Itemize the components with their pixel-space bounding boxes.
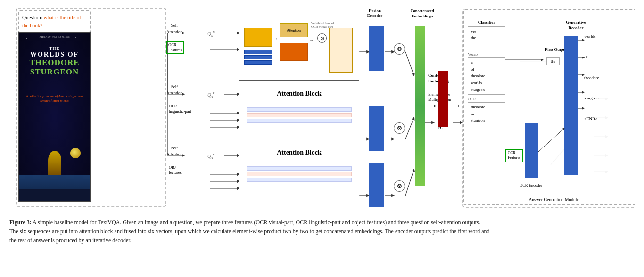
question-box: Question: what is the title of the book? [18, 10, 91, 33]
fusion-encoder-label: FusionEncoder [365, 8, 384, 18]
classifier-label: Classifier [468, 20, 505, 24]
ocr-features-label-left: OCRFeatures [166, 41, 184, 54]
ocr-linguistic-label: OCRlinguistic-part [169, 104, 191, 114]
fc-bar [438, 71, 448, 127]
concat-bar [415, 26, 425, 186]
svg-line-46 [538, 128, 564, 152]
top-attention-detail: Attention Weighted Sum ofOCR visual-part… [239, 19, 359, 80]
self-attention-2-label: SelfAttention [166, 84, 182, 96]
architecture-diagram: Question: what is the title of the book?… [9, 5, 635, 214]
self-attention-3-label: SelfAttention [166, 145, 182, 157]
caption-bold: Figure 3: [9, 219, 32, 226]
ocr-items: theodore...sturgeon [468, 102, 505, 125]
book-cover: MED 29-863-63-61 56 THE WORLDS OF THEODO… [18, 32, 91, 202]
gen-decoder-bar [564, 36, 578, 175]
attention-block-1: Attention Block [239, 80, 359, 134]
vocab-items: aoftheodoreworldssturgeon [468, 57, 505, 94]
ocr-encoder-label: OCR Encoder [507, 183, 554, 187]
answer-gen-module: Answer Generation Module Classifier yest… [463, 9, 635, 205]
caption-text: A simple baseline model for TextVQA. Giv… [9, 219, 489, 244]
q-label-1: Qsv [207, 29, 215, 38]
fusion-bar-2 [369, 106, 384, 151]
question-label: Question: [22, 15, 42, 20]
attention-block-2: Attention Block [239, 139, 359, 193]
attention-block-2-label: Attention Block [239, 139, 359, 166]
vocab-label: Vocab [468, 52, 505, 57]
first-output-item: the [546, 57, 560, 65]
ocr-features-right-label: OCRFeatures [505, 149, 523, 162]
multiply-2: ⊗ [394, 122, 405, 134]
classifier-items: yesthe... [468, 26, 505, 49]
svg-line-24 [405, 52, 414, 75]
fusion-bar-1 [369, 26, 384, 71]
answer-gen-label: Answer Generation Module [528, 197, 578, 202]
multiply-1: ⊗ [394, 43, 405, 55]
fusion-bar-3 [369, 163, 384, 207]
gen-decoder-label: Generative Decoder [563, 20, 589, 31]
q-label-3: Qso [207, 152, 215, 160]
obj-features-label: OBJfeatures [169, 165, 182, 175]
ocr-encoder-bar [525, 123, 538, 178]
multiply-3: ⊗ [394, 180, 405, 192]
output-words: worlds of theodore sturgeon <END> [584, 34, 599, 122]
figure-caption: Figure 3: A simple baseline model for Te… [9, 218, 490, 245]
svg-line-26 [405, 170, 414, 196]
q-label-2: Qst [207, 90, 214, 99]
ocr-label: OCR [468, 97, 505, 101]
self-attention-1-label: SelfAttention [166, 23, 182, 34]
svg-line-25 [405, 118, 414, 139]
attention-block-1-label: Attention Block [239, 81, 359, 107]
concatenated-label: ConcatenatedEmbeddings [409, 8, 435, 19]
